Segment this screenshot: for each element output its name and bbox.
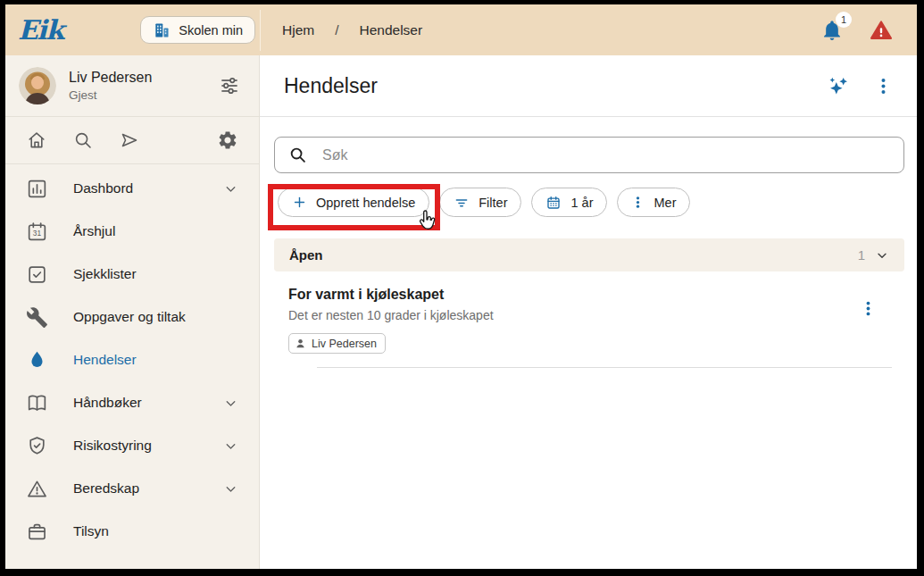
avatar[interactable] <box>19 67 56 104</box>
event-subtitle: Det er nesten 10 grader i kjøleskapet <box>288 308 904 322</box>
app-logo[interactable]: Eik <box>18 14 63 46</box>
create-event-label: Opprett hendelse <box>316 196 415 210</box>
send-button[interactable] <box>119 129 140 151</box>
sidebar-item-arshjul[interactable]: 31 Årshjul <box>5 210 259 253</box>
period-label: 1 år <box>570 196 593 210</box>
tune-icon <box>218 74 241 97</box>
event-title[interactable]: For varmt i kjøleskapet <box>288 287 904 303</box>
body-row: Liv Pedersen Gjest <box>5 55 917 569</box>
search-button[interactable] <box>72 129 94 151</box>
home-icon <box>26 129 47 151</box>
checkbox-icon <box>26 263 48 286</box>
bar-chart-icon <box>26 178 48 200</box>
sidebar-item-label: Dashbord <box>73 180 133 196</box>
sidebar-item-hendelser[interactable]: Hendelser <box>5 338 259 381</box>
create-event-button[interactable]: Opprett hendelse <box>278 188 429 217</box>
search-icon <box>72 129 94 151</box>
filter-icon <box>454 195 470 211</box>
calendar-icon <box>545 195 562 211</box>
svg-text:31: 31 <box>33 229 42 238</box>
sidebar-item-dashbord[interactable]: Dashbord <box>5 167 259 210</box>
event-list-item[interactable]: For varmt i kjøleskapet Det er nesten 10… <box>260 271 917 368</box>
chevron-down-icon[interactable] <box>875 248 889 263</box>
send-icon <box>119 129 140 151</box>
create-button-wrapper: Opprett hendelse <box>278 188 429 217</box>
chevron-down-icon <box>223 181 238 196</box>
section-header-open[interactable]: Åpen 1 <box>274 238 904 271</box>
breadcrumb-current[interactable]: Hendelser <box>359 22 422 38</box>
filter-button[interactable]: Filter <box>439 188 521 217</box>
search-input[interactable] <box>320 146 890 164</box>
sidebar-item-tilsyn[interactable]: Tilsyn <box>5 510 259 553</box>
sidebar-item-label: Risikostyring <box>73 438 152 454</box>
flame-icon <box>26 349 48 371</box>
warning-triangle-icon <box>26 478 48 500</box>
filter-label: Filter <box>479 196 507 210</box>
section-right: 1 <box>858 247 889 263</box>
topbar-left: Eik Skolen min <box>5 4 260 55</box>
sidebar-item-label: Oppgaver og tiltak <box>73 309 186 325</box>
search-icon <box>288 146 307 164</box>
page-menu-button[interactable] <box>874 77 893 96</box>
alert-button[interactable] <box>870 19 893 42</box>
sparkles-icon <box>826 74 850 98</box>
topbar-divider <box>260 10 261 51</box>
building-icon <box>153 21 171 39</box>
sidebar-nav: Dashbord 31 Årshjul <box>5 164 259 553</box>
more-button[interactable]: Mer <box>617 188 690 217</box>
kebab-menu-icon <box>874 77 893 96</box>
topbar: Eik Skolen min Hjem / Hende <box>5 4 917 55</box>
assignee-chip[interactable]: Liv Pedersen <box>288 333 386 354</box>
sidebar-item-sjekklister[interactable]: Sjekklister <box>5 253 259 296</box>
main-content: Hendelser <box>260 55 917 569</box>
topbar-right: 1 <box>820 19 893 42</box>
home-button[interactable] <box>26 129 47 151</box>
breadcrumb-home[interactable]: Hjem <box>282 22 314 38</box>
sidebar-item-risikostyring[interactable]: Risikostyring <box>5 424 259 467</box>
book-icon <box>26 392 48 414</box>
sidebar-item-handboker[interactable]: Håndbøker <box>5 381 259 424</box>
quick-actions-row <box>5 117 259 163</box>
more-label: Mer <box>653 196 676 210</box>
profile-text: Liv Pedersen Gjest <box>69 70 152 102</box>
sidebar-item-beredskap[interactable]: Beredskap <box>5 467 259 510</box>
profile-role: Gjest <box>69 88 152 102</box>
calendar-icon: 31 <box>26 221 48 243</box>
school-context-button[interactable]: Skolen min <box>140 16 255 44</box>
kebab-menu-icon <box>631 196 645 209</box>
section-count: 1 <box>858 247 865 263</box>
page-title: Hendelser <box>284 74 378 98</box>
sidebar-item-label: Årshjul <box>73 223 115 239</box>
page-header-actions <box>826 74 893 98</box>
breadcrumb-separator: / <box>335 22 338 38</box>
actions-row: Opprett hendelse Filter <box>278 188 917 217</box>
chevron-down-icon <box>223 438 238 454</box>
tune-button[interactable] <box>218 74 241 97</box>
assignee-name: Liv Pedersen <box>312 338 377 350</box>
notification-badge: 1 <box>836 12 852 28</box>
settings-button[interactable] <box>217 129 238 151</box>
period-button[interactable]: 1 år <box>531 188 607 217</box>
page-header: Hendelser <box>260 55 917 117</box>
sidebar: Liv Pedersen Gjest <box>5 55 260 569</box>
person-icon <box>294 337 307 350</box>
sidebar-item-label: Tilsyn <box>73 523 109 539</box>
chevron-down-icon <box>223 396 238 411</box>
notifications-button[interactable]: 1 <box>820 19 844 42</box>
briefcase-icon <box>26 521 48 543</box>
wrench-icon <box>26 306 48 329</box>
search-field[interactable] <box>274 137 904 173</box>
app-frame: Eik Skolen min Hjem / Hende <box>5 4 917 569</box>
shield-check-icon <box>26 435 48 457</box>
sidebar-item-label: Håndbøker <box>73 395 142 411</box>
profile-name: Liv Pedersen <box>69 70 152 86</box>
warning-alert-icon <box>870 19 893 42</box>
profile-section: Liv Pedersen Gjest <box>5 55 259 116</box>
event-menu-button[interactable] <box>860 300 877 317</box>
breadcrumb: Hjem / Hendelser <box>282 22 422 38</box>
sidebar-item-oppgaver[interactable]: Oppgaver og tiltak <box>5 296 259 338</box>
context-button-label: Skolen min <box>179 23 243 38</box>
ai-assistant-button[interactable] <box>826 74 850 98</box>
gear-icon <box>217 129 238 151</box>
chevron-down-icon <box>223 481 238 497</box>
